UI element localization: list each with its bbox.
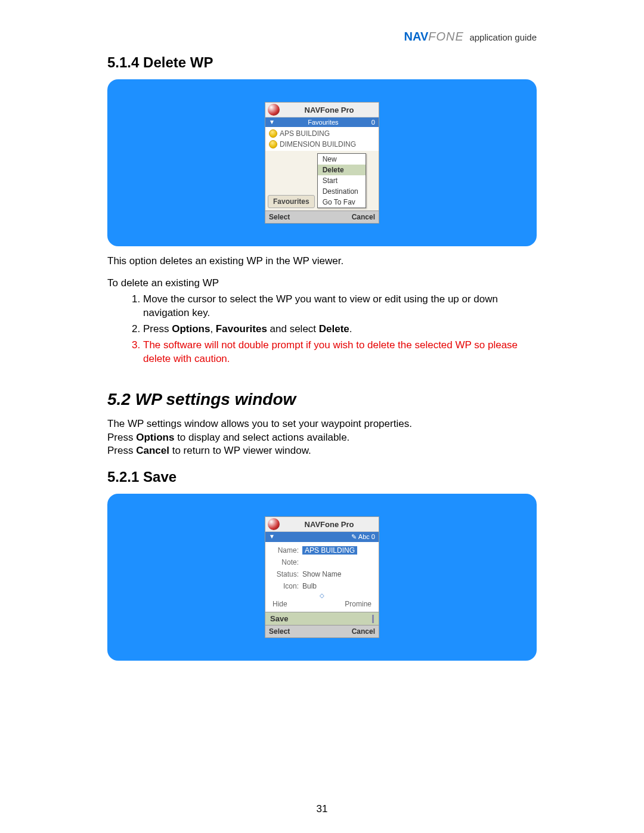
name-value: APS BUILDING [302, 546, 357, 555]
step-1: Move the cursor to select the WP you wan… [143, 293, 537, 320]
bulb-icon [269, 129, 277, 138]
divider-icon: ◇ [265, 592, 379, 599]
menu-item-start[interactable]: Start [318, 175, 366, 186]
list-item[interactable]: DIMENSION BUILDING [265, 139, 379, 150]
scrollbar[interactable] [372, 615, 374, 623]
heading-save: 5.2.1 Save [107, 469, 537, 485]
phone-mock-save: NAVFone Pro ▼ ✎ Abc 0 Name: APS BUILDING… [265, 516, 379, 638]
step-3-warning: The software will not double prompt if y… [143, 339, 537, 366]
para-delete-desc: This option deletes an existing WP in th… [107, 255, 537, 268]
para-settings-desc: The WP settings window allows you to set… [107, 417, 537, 431]
delete-steps: Move the cursor to select the WP you wan… [107, 293, 537, 366]
header-subtitle: application guide [469, 32, 537, 42]
hide-label[interactable]: Hide [273, 600, 287, 608]
bar-count: 0 [371, 119, 375, 126]
brand-logo: NAVFONE [404, 30, 467, 43]
list-item[interactable]: APS BUILDING [265, 128, 379, 139]
softkey-select[interactable]: Select [269, 213, 290, 221]
context-menu: New Delete Start Destination Go To Fav [317, 153, 366, 208]
bar-title: Favourites [308, 119, 338, 126]
field-icon[interactable]: Icon: Bulb [265, 580, 379, 592]
app-title: NAVFone Pro [282, 106, 376, 114]
waypoint-list: APS BUILDING DIMENSION BUILDING [265, 127, 379, 151]
heading-delete-wp: 5.1.4 Delete WP [107, 54, 537, 71]
app-title: NAVFone Pro [282, 520, 376, 529]
step-2: Press Options, Favourites and select Del… [143, 323, 537, 336]
menu-item-gotofav[interactable]: Go To Fav [318, 197, 366, 208]
softkey-cancel[interactable]: Cancel [352, 627, 375, 636]
app-logo-icon [268, 518, 280, 530]
para-options: Press Options to display and select acti… [107, 431, 537, 445]
logo-fone: FONE [428, 30, 464, 43]
menu-item-destination[interactable]: Destination [318, 186, 366, 197]
field-name[interactable]: Name: APS BUILDING [265, 544, 379, 556]
favourites-button[interactable]: Favourites [268, 195, 315, 208]
screenshot-frame-delete: NAVFone Pro ▼ Favourites 0 APS BUILDING … [107, 79, 537, 246]
screenshot-frame-save: NAVFone Pro ▼ ✎ Abc 0 Name: APS BUILDING… [107, 494, 537, 661]
app-logo-icon [268, 104, 280, 116]
logo-nav: NAV [404, 30, 429, 43]
field-status[interactable]: Status: Show Name [265, 568, 379, 580]
input-mode: ✎ Abc 0 [351, 533, 375, 541]
signal-icon: ▼ [269, 119, 275, 126]
heading-wp-settings: 5.2 WP settings window [107, 390, 537, 409]
para-delete-intro: To delete an existing WP [107, 277, 537, 290]
phone-mock-delete: NAVFone Pro ▼ Favourites 0 APS BUILDING … [265, 102, 379, 224]
softkey-select[interactable]: Select [269, 627, 290, 636]
field-note[interactable]: Note: [265, 556, 379, 568]
page-header: NAVFONE application guide [107, 30, 537, 44]
softkey-cancel[interactable]: Cancel [352, 213, 375, 221]
promine-label[interactable]: Promine [345, 600, 371, 608]
menu-item-delete[interactable]: Delete [318, 165, 366, 175]
menu-item-new[interactable]: New [318, 154, 366, 165]
para-cancel: Press Cancel to return to WP viewer wind… [107, 444, 537, 458]
save-button[interactable]: Save [270, 614, 288, 623]
page-number: 31 [0, 803, 644, 815]
bulb-icon [269, 140, 277, 148]
signal-icon: ▼ [269, 533, 275, 541]
